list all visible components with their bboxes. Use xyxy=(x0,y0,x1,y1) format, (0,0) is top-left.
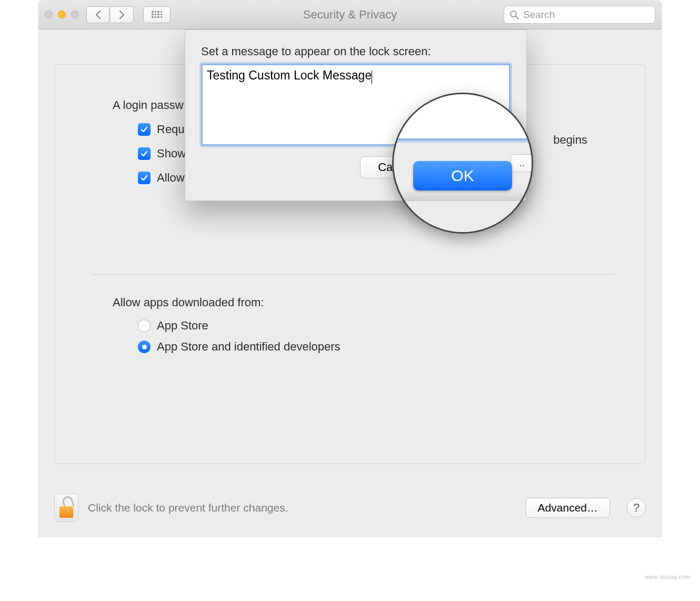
show-message-label: Show xyxy=(157,147,186,161)
allow-checkbox[interactable] xyxy=(138,172,151,184)
window-title: Security & Privacy xyxy=(303,8,397,22)
allow-apps-heading: Allow apps downloaded from: xyxy=(113,296,593,309)
lock-hint-text: Click the lock to prevent further change… xyxy=(88,502,516,514)
radio-identified-row: App Store and identified developers xyxy=(138,340,593,354)
forward-button[interactable] xyxy=(111,6,134,23)
titlebar: Security & Privacy xyxy=(38,0,662,29)
require-password-checkbox[interactable] xyxy=(138,123,151,136)
nav-buttons xyxy=(86,6,134,23)
checkmark-icon xyxy=(140,125,148,134)
traffic-lights xyxy=(45,11,79,18)
grid-icon xyxy=(152,11,162,18)
show-all-button[interactable] xyxy=(143,6,171,23)
advanced-button[interactable]: Advanced… xyxy=(526,498,610,518)
search-input[interactable] xyxy=(523,9,649,21)
sheet-prompt: Set a message to appear on the lock scre… xyxy=(201,45,511,58)
divider xyxy=(92,274,614,275)
radio-app-store-row: App Store xyxy=(138,319,593,333)
magnifier-annotation: .. OK xyxy=(392,93,533,234)
require-password-label: Requi xyxy=(157,123,187,136)
radio-app-store-label: App Store xyxy=(157,319,208,333)
checkmark-icon xyxy=(140,174,148,182)
radio-identified-developers[interactable] xyxy=(138,340,151,353)
lock-message-value: Testing Custom Lock Message xyxy=(207,68,372,82)
checkmark-icon xyxy=(140,149,148,158)
show-message-checkbox[interactable] xyxy=(138,147,151,160)
help-button[interactable]: ? xyxy=(627,498,646,517)
radio-identified-label: App Store and identified developers xyxy=(157,340,341,354)
require-password-trailing: begins xyxy=(553,133,587,147)
chevron-right-icon xyxy=(119,10,125,19)
search-icon xyxy=(509,10,519,19)
radio-app-store[interactable] xyxy=(138,319,151,332)
back-button[interactable] xyxy=(86,6,109,23)
magnified-ok-button[interactable]: OK xyxy=(413,161,512,191)
chevron-left-icon xyxy=(95,10,101,19)
padlock-body-icon xyxy=(59,506,73,518)
search-field[interactable] xyxy=(504,6,655,24)
preferences-window: Security & Privacy A login passw Requi b… xyxy=(38,0,662,537)
text-caret xyxy=(372,71,372,84)
footer: Click the lock to prevent further change… xyxy=(54,494,646,522)
close-window-button[interactable] xyxy=(45,11,53,18)
minimize-window-button[interactable] xyxy=(58,11,66,18)
svg-line-1 xyxy=(516,16,518,19)
allow-label: Allow xyxy=(157,171,185,185)
watermark-text: www.deuaq.com xyxy=(645,574,691,580)
zoom-window-button[interactable] xyxy=(71,11,79,18)
lock-button[interactable] xyxy=(54,494,78,522)
